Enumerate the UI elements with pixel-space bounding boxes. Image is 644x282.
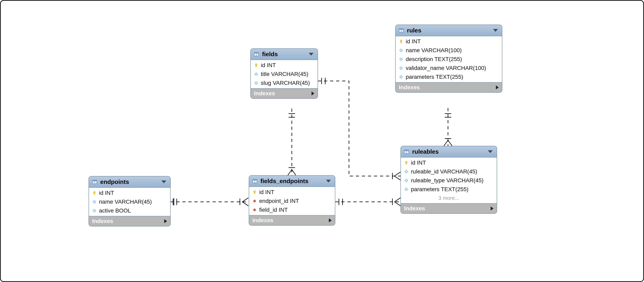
column-text: slug VARCHAR(45) xyxy=(261,80,310,86)
svg-line-19 xyxy=(394,198,400,202)
primary-key-icon xyxy=(399,39,403,44)
column-icon xyxy=(399,48,403,53)
svg-marker-58 xyxy=(400,49,402,52)
table-column: name VARCHAR(45) xyxy=(89,197,170,206)
column-text: name VARCHAR(100) xyxy=(406,47,462,54)
collapse-icon[interactable] xyxy=(162,180,166,183)
table-title: rules xyxy=(407,27,493,34)
table-header[interactable]: endpoints xyxy=(89,176,170,188)
indexes-label: Indexes xyxy=(92,218,164,224)
table-column: id INT xyxy=(89,188,170,197)
column-icon xyxy=(404,169,408,174)
svg-line-25 xyxy=(394,176,400,180)
indexes-label: Indexes xyxy=(404,205,491,212)
table-header[interactable]: fields_endpoints xyxy=(249,176,335,187)
expand-icon[interactable] xyxy=(164,219,167,223)
columns-list: id INT endpoint_id INT field_id INT xyxy=(249,187,335,215)
table-column: parameters TEXT(255) xyxy=(396,73,502,81)
column-icon xyxy=(399,75,403,79)
expand-icon[interactable] xyxy=(312,91,314,96)
svg-marker-51 xyxy=(253,200,256,202)
table-icon xyxy=(92,179,98,185)
column-text: id INT xyxy=(259,189,274,195)
svg-rect-66 xyxy=(406,163,407,164)
columns-list: id INT name VARCHAR(45) active BOOL xyxy=(89,188,170,216)
column-text: id INT xyxy=(406,38,421,45)
table-header[interactable]: ruleables xyxy=(401,146,497,158)
table-icon xyxy=(404,149,409,154)
svg-marker-69 xyxy=(405,188,408,191)
primary-key-icon xyxy=(92,191,96,195)
table-rules[interactable]: rules id INT name VARCHAR(100) descripti… xyxy=(395,25,502,93)
collapse-icon[interactable] xyxy=(309,53,314,56)
column-text: ruleable_type VARCHAR(45) xyxy=(411,177,484,184)
svg-rect-50 xyxy=(254,192,255,194)
primary-key-icon xyxy=(254,63,258,68)
table-column: title VARCHAR(45) xyxy=(251,70,318,79)
collapse-icon[interactable] xyxy=(493,29,498,32)
table-column: ruleable_type VARCHAR(45) xyxy=(401,176,497,185)
column-text: endpoint_id INT xyxy=(259,198,299,204)
table-column: field_id INT xyxy=(249,205,335,214)
table-endpoints[interactable]: endpoints id INT name VARCHAR(45) active… xyxy=(88,176,171,226)
svg-marker-68 xyxy=(405,179,408,182)
svg-marker-52 xyxy=(253,208,256,211)
svg-marker-45 xyxy=(255,82,258,84)
svg-marker-38 xyxy=(93,209,96,212)
more-columns-indicator[interactable]: 3 more... xyxy=(401,194,497,202)
columns-list: id INT ruleable_id VARCHAR(45) ruleable_… xyxy=(401,158,497,203)
indexes-section[interactable]: Indexes xyxy=(251,88,318,98)
table-column: id INT xyxy=(396,37,502,46)
table-icon xyxy=(252,178,258,184)
column-text: validator_name VARCHAR(100) xyxy=(406,65,486,71)
expand-icon[interactable] xyxy=(329,218,332,222)
expand-icon[interactable] xyxy=(491,206,494,210)
column-text: description TEXT(255) xyxy=(406,56,462,63)
svg-marker-61 xyxy=(400,76,402,78)
column-icon xyxy=(399,66,403,70)
er-diagram-canvas: endpoints id INT name VARCHAR(45) active… xyxy=(0,0,644,282)
table-column: endpoint_id INT xyxy=(249,197,335,205)
svg-rect-43 xyxy=(256,65,256,67)
indexes-section[interactable]: Indexes xyxy=(401,203,497,213)
indexes-label: Indexes xyxy=(399,84,496,91)
table-header[interactable]: fields xyxy=(251,49,318,60)
indexes-section[interactable]: Indexes xyxy=(396,82,502,92)
table-column: parameters TEXT(255) xyxy=(401,185,497,194)
svg-marker-37 xyxy=(93,200,96,203)
collapse-icon[interactable] xyxy=(488,150,493,153)
column-icon xyxy=(92,208,96,213)
indexes-section[interactable]: Indexes xyxy=(89,216,170,226)
table-fields[interactable]: fields id INT title VARCHAR(45) slug VAR… xyxy=(250,48,318,99)
primary-key-icon xyxy=(404,161,408,165)
svg-marker-44 xyxy=(255,73,258,76)
table-column: ruleable_id VARCHAR(45) xyxy=(401,167,497,176)
table-header[interactable]: rules xyxy=(396,25,502,36)
svg-marker-67 xyxy=(405,170,408,173)
table-column: slug VARCHAR(45) xyxy=(251,79,318,87)
table-column: validator_name VARCHAR(100) xyxy=(396,64,502,73)
svg-line-14 xyxy=(292,170,296,175)
indexes-section[interactable]: Indexes xyxy=(249,215,335,225)
column-icon xyxy=(254,81,258,85)
table-icon xyxy=(254,51,259,57)
column-text: id INT xyxy=(261,62,276,69)
table-title: fields_endpoints xyxy=(260,178,326,184)
svg-line-31 xyxy=(448,140,452,146)
connections-layer xyxy=(1,1,643,281)
column-icon xyxy=(92,200,96,204)
svg-line-24 xyxy=(394,172,400,176)
table-ruleables[interactable]: ruleables id INT ruleable_id VARCHAR(45)… xyxy=(400,146,497,214)
indexes-label: Indexes xyxy=(252,217,329,224)
column-text: name VARCHAR(45) xyxy=(99,199,152,205)
collapse-icon[interactable] xyxy=(326,180,331,182)
table-fields-endpoints[interactable]: fields_endpoints id INT endpoint_id INT … xyxy=(249,175,335,226)
expand-icon[interactable] xyxy=(496,85,499,89)
svg-rect-36 xyxy=(94,193,95,195)
table-column: name VARCHAR(100) xyxy=(396,46,502,55)
table-title: fields xyxy=(262,51,309,58)
column-icon xyxy=(404,178,408,183)
column-text: title VARCHAR(45) xyxy=(261,71,308,77)
table-column: id INT xyxy=(249,188,335,197)
column-text: parameters TEXT(255) xyxy=(411,186,468,193)
